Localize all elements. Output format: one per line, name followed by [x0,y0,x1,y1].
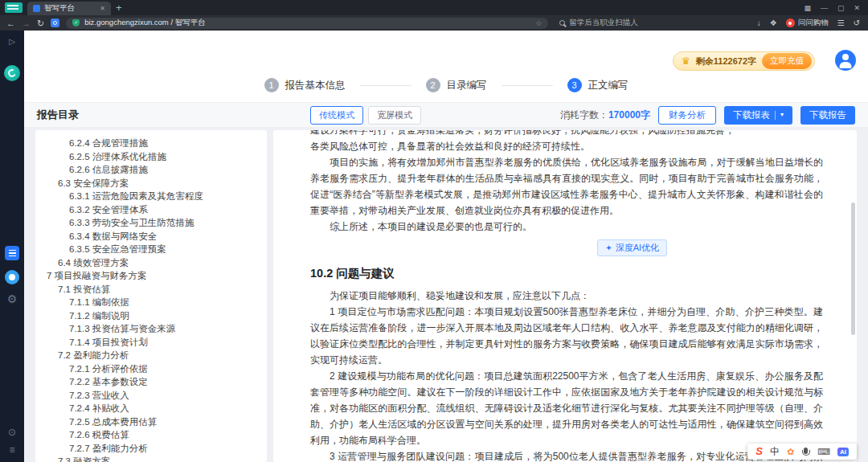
refresh-icon[interactable]: ↻ [37,18,44,28]
settings-gear-icon[interactable]: ⚙ [7,292,18,305]
browser-toolbar: ← → ↻ ✓ biz.gongchengzixun.com / 智写平台 ☆ … [0,15,868,31]
tab-close-icon[interactable]: ✕ [100,5,105,12]
recharge-button[interactable]: 立即充值 [762,53,812,69]
wide-mode-button[interactable]: 宽屏模式 [368,106,421,125]
doc-paragraph-clipped: 建设方案科学可行，资金筹措渠道落实，财务评价指标良好，抗风险能力较强，风险防控措… [310,130,823,138]
wizard-step[interactable]: 1 报告基本信息 [264,78,346,92]
rail-menu-icon[interactable]: ≡ [9,444,14,456]
new-tab-button[interactable]: + [116,2,122,14]
toc-item[interactable]: 7.2.5 总成本费用估算 [35,415,267,429]
history-clock-icon[interactable]: ⊙ [8,427,16,438]
traditional-mode-button[interactable]: 传统模式 [310,106,363,125]
ai-optimize-row: ✦ 深度AI优化 [310,239,823,256]
history-icon[interactable]: ↺ [854,18,860,28]
section-heading: 10.2 问题与建议 [310,266,823,281]
url-text: biz.gongchengzixun.com / 智写平台 [84,18,530,28]
toc-item[interactable]: 7.2.7 盈利能力分析 [35,442,267,456]
toc-item[interactable]: 6.3.2 安全管理体系 [35,203,267,217]
document-panel[interactable]: 建设方案科学可行，资金筹措渠道落实，财务评价指标良好，抗风险能力较强，风险防控措… [273,130,857,462]
ime-language-mode[interactable]: 中 [770,447,780,457]
tab-title: 智写平台 [44,3,96,14]
browser-ai-extension-icon[interactable] [51,18,59,27]
app-logo-icon[interactable] [4,65,20,81]
minimize-button[interactable]: — [821,4,828,12]
hot-search-text: 留学后当职业扫描人 [569,18,638,28]
user-avatar[interactable] [835,50,856,71]
ai-optimize-button[interactable]: ✦ 深度AI优化 [597,239,667,256]
document-scrollbar[interactable] [851,202,855,335]
toc-item[interactable]: 7.2.2 基本参数设定 [35,375,267,389]
shopping-assistant[interactable]: 问问购物 [786,18,829,28]
ime-ai-icon[interactable]: AI [837,448,849,456]
browser-promo-badge[interactable] [5,2,23,13]
download-sheet-button[interactable]: 下载报表 ▾ [724,106,792,125]
download-sheet-label: 下载报表 [733,109,770,121]
keyboard-icon[interactable]: ⌨ [817,447,830,456]
page-header: ♛ 剩余1122672字 立即充值 1 报告基本信息 2 [24,31,868,103]
word-count: 消耗字数：170000字 [560,108,650,122]
button-divider [775,111,776,120]
chevron-down-icon[interactable]: ▾ [780,112,784,118]
toc-item[interactable]: 6.3.1 运营危险因素及其危害程度 [35,190,267,203]
toc-item[interactable]: 7 项目投融资与财务方案 [35,269,267,283]
chat-app-icon[interactable] [5,270,19,284]
ime-brand-icon[interactable]: S [755,446,763,457]
ime-skin-icon[interactable]: ✿ [787,447,794,456]
command-bar: 报告目录 传统模式 宽屏模式 消耗字数：170000字 财务分析 下载报表 ▾ … [24,103,868,127]
menu-icon[interactable]: ☰ [837,18,845,28]
word-count-value: 170000字 [608,109,650,121]
toc-item[interactable]: 7.1.1 编制依据 [35,296,267,309]
toc-item[interactable]: 7.1.4 项目投资计划 [35,336,267,350]
toc-item[interactable]: 6.3.4 数据与网络安全 [35,230,267,243]
toc-item[interactable]: 6.2.6 信息披露措施 [35,163,267,177]
toc-item[interactable]: 6.3 安全保障方案 [35,177,267,190]
toc-item[interactable]: 6.2.5 治理体系优化措施 [35,150,267,164]
toc-item[interactable]: 7.2.6 税费估算 [35,428,267,442]
content-area: 6.2.4 合规管理措施 6.2.5 治理体系优化措施 6.2.6 信息披露措施… [24,127,868,462]
bookmark-star-icon[interactable]: ☆ [535,19,542,27]
toc-item[interactable]: 7.2.1 分析评价依据 [35,362,267,376]
toc-panel-title: 报告目录 [37,108,79,122]
maximize-button[interactable]: ▢ [837,4,845,12]
browser-tabbar: 智写平台 ✕ + ▦ — ▢ ✕ [0,0,868,15]
document-editor: 建设方案科学可行，资金筹措渠道落实，财务评价指标良好，抗风险能力较强，风险防控措… [273,130,857,462]
document-app-icon[interactable] [5,246,19,260]
wizard-step[interactable]: 2 目录编写 [346,78,487,92]
step-label: 目录编写 [447,79,487,92]
toc-item[interactable]: 6.4 绩效管理方案 [35,256,267,270]
toc-item[interactable]: 7.1.2 编制说明 [35,309,267,323]
hot-search-hint[interactable]: 留学后当职业扫描人 [559,18,638,28]
extensions-puzzle-icon[interactable]: ❖ [770,18,777,28]
window-controls: ▦ — ▢ ✕ [804,4,860,12]
finance-analysis-button[interactable]: 财务分析 [658,106,716,125]
tab-favicon-icon [33,5,40,12]
toc-item[interactable]: 6.2.4 合规管理措施 [35,137,267,150]
browser-tab-active[interactable]: 智写平台 ✕ [27,2,111,15]
ai-optimize-label: 深度AI优化 [616,242,659,254]
site-security-shield-icon: ✓ [72,19,80,27]
close-button[interactable]: ✕ [854,4,860,12]
collapse-arrow-icon[interactable]: ▷ [9,37,15,46]
browser-window: 智写平台 ✕ + ▦ — ▢ ✕ ← → ↻ ✓ biz.gongchengzi… [0,0,868,462]
toc-item[interactable]: 7.2.4 补贴收入 [35,402,267,415]
word-count-label: 消耗字数： [560,109,608,121]
doc-paragraph: 3 运营管理与服务团队建设问题：项目建成后，将为500位老人提供普惠型养老服务，… [310,448,823,462]
download-report-button[interactable]: 下载报告 [800,106,855,125]
forward-icon[interactable]: → [22,18,31,28]
toc-item[interactable]: 7.1.3 投资估算与资金来源 [35,322,267,336]
toc-item[interactable]: 7.1 投资估算 [35,283,267,296]
microphone-icon[interactable] [804,448,808,454]
wizard-step[interactable]: 3 正文编写 [487,78,628,92]
download-icon[interactable]: ↓ [757,18,761,28]
address-bar[interactable]: ✓ biz.gongchengzixun.com / 智写平台 ☆ [66,18,548,29]
toc-item[interactable]: 7.2.3 营业收入 [35,389,267,403]
remaining-words: 剩余1122672字 [696,55,756,67]
apps-grid-icon[interactable]: ▦ [804,4,811,12]
doc-paragraph: 综上所述，本项目的建设是必要的也是可行的。 [310,219,823,235]
toc-item[interactable]: 6.3.5 安全应急管理预案 [35,243,267,256]
toc-item[interactable]: 7.2 盈利能力分析 [35,349,267,362]
shopping-assistant-icon [786,18,795,27]
toc-item[interactable]: 6.3.3 劳动安全与卫生防范措施 [35,216,267,230]
back-icon[interactable]: ← [6,18,15,28]
toc-item[interactable]: 7.3 融资方案 [35,455,267,462]
